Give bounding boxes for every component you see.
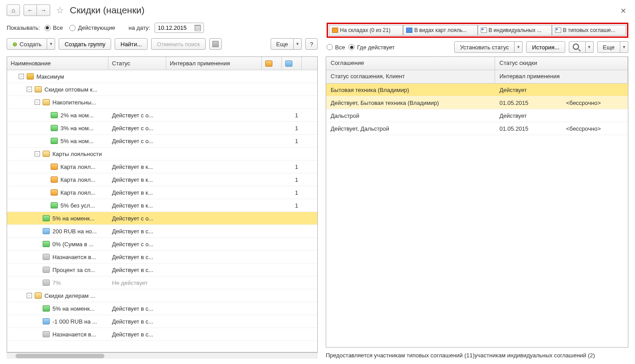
- card-icon: [51, 189, 58, 196]
- col-agreement-status[interactable]: Статус соглашения, Клиент: [326, 70, 495, 83]
- col-status[interactable]: Статус: [108, 57, 166, 70]
- table-row[interactable]: 200 RUB на но...Действует в с...: [7, 225, 317, 238]
- col-interval[interactable]: Интервал применения: [166, 57, 262, 70]
- radio-where[interactable]: Где действует: [348, 44, 395, 51]
- disc-icon: [51, 202, 58, 208]
- table-row[interactable]: ДальстройДействует: [326, 109, 628, 122]
- plus-icon: ⊕: [12, 41, 17, 48]
- table-row[interactable]: 5% без усл...Действует в к...1: [7, 199, 317, 212]
- tab-typical[interactable]: В типовых соглаше...: [552, 25, 626, 36]
- tab-individual[interactable]: В индивидуальных ...: [478, 25, 552, 36]
- col-interval-right[interactable]: Интервал применения: [495, 70, 628, 83]
- table-row[interactable]: Карта лоял...Действует в к...1: [7, 186, 317, 199]
- footer-text: Предоставляется участникам типовых согла…: [326, 352, 628, 359]
- create-dropdown[interactable]: ▼: [47, 38, 55, 50]
- set-status-button[interactable]: Установить статус▼: [454, 41, 523, 53]
- disc-icon: [51, 138, 58, 144]
- expand-icon[interactable]: -: [35, 151, 40, 156]
- table-row[interactable]: 2% на ном...Действует с о...1: [7, 109, 317, 122]
- history-button[interactable]: История...: [526, 41, 565, 53]
- table-row[interactable]: 5% на номенк...Действует с о...: [7, 212, 317, 225]
- disc-icon: [51, 125, 58, 131]
- col-discount-status[interactable]: Статус скидки: [495, 57, 628, 70]
- disc-icon: [43, 241, 50, 247]
- list-icon-button[interactable]: [209, 38, 222, 50]
- table-row[interactable]: -Скидки оптовым к...: [7, 83, 317, 96]
- favorite-icon[interactable]: ☆: [56, 5, 64, 16]
- table-row[interactable]: Карта лоял...Действует в к...1: [7, 160, 317, 173]
- date-input[interactable]: [155, 23, 204, 33]
- radio-all-right[interactable]: Все: [327, 44, 345, 51]
- back-button[interactable]: ←: [24, 4, 37, 16]
- folder-o-icon: [43, 99, 50, 105]
- calendar-icon[interactable]: [195, 25, 201, 31]
- tab-loyalty[interactable]: В видах карт лояль...: [403, 25, 477, 36]
- search-icon: [573, 44, 582, 51]
- table-row[interactable]: -Карты лояльности: [7, 148, 317, 160]
- table-row[interactable]: 5% на ном...Действует с о...1: [7, 135, 317, 148]
- col-icon2[interactable]: [282, 57, 302, 70]
- table-row[interactable]: 7%Не действует: [7, 276, 317, 289]
- table-row[interactable]: Бытовая техника (Владимир)Действует: [326, 84, 628, 96]
- radio-all[interactable]: Все: [44, 24, 63, 31]
- create-button[interactable]: ⊕Создать ▼: [7, 38, 55, 50]
- table-row[interactable]: -Максимум: [7, 70, 317, 83]
- show-label: Показывать:: [7, 24, 40, 31]
- table-row[interactable]: -Скидки дилерам ...: [7, 289, 317, 302]
- misc-icon: [43, 267, 50, 273]
- tab-warehouses[interactable]: На складах (0 из 21): [329, 25, 403, 36]
- tabs-highlighted: На складах (0 из 21) В видах карт лояль.…: [327, 23, 628, 38]
- forward-button[interactable]: →: [37, 4, 50, 16]
- more-button-right[interactable]: Еще▼: [597, 41, 628, 53]
- folder-o-icon: [35, 86, 42, 92]
- table-row[interactable]: Назначается в...Действует в с...: [7, 251, 317, 264]
- page-title: Скидки (наценки): [70, 5, 144, 16]
- warehouse-icon: [332, 28, 338, 33]
- ruble-icon: [43, 228, 50, 234]
- col-agreement[interactable]: Соглашение: [326, 57, 495, 70]
- table-row[interactable]: 3% на ном...Действует с о...1: [7, 122, 317, 135]
- right-table[interactable]: Соглашение Статус скидки Статус соглашен…: [326, 56, 628, 348]
- table-row[interactable]: 5% на номенк...Действует в с...: [7, 302, 317, 315]
- doc-icon: [481, 28, 487, 33]
- disc-icon: [51, 112, 58, 118]
- left-table[interactable]: Наименование Статус Интервал применения …: [7, 56, 318, 352]
- find-button[interactable]: Найти...: [115, 38, 148, 50]
- expand-icon[interactable]: -: [19, 74, 24, 79]
- table-row[interactable]: Карта лоял...Действует в к...1: [7, 173, 317, 186]
- cancel-search-button: Отменить поиск: [151, 38, 206, 50]
- help-button[interactable]: ?: [305, 38, 318, 50]
- h-scrollbar[interactable]: [7, 352, 318, 359]
- close-icon[interactable]: ✕: [620, 7, 626, 15]
- radio-active[interactable]: Действующие: [69, 24, 115, 31]
- more-button-left[interactable]: Еще▼: [271, 38, 302, 50]
- table-row[interactable]: Действует, Бытовая техника (Владимир)01.…: [326, 96, 628, 109]
- folder-icon: [27, 73, 34, 80]
- search-split[interactable]: ▼: [569, 41, 594, 53]
- table-row[interactable]: Назначается в...Действует в с...: [7, 328, 317, 341]
- disc-icon: [43, 305, 50, 312]
- col-name[interactable]: Наименование: [7, 57, 108, 70]
- table-row[interactable]: -1 000 RUB на ...Действует в с...: [7, 315, 317, 328]
- disc-icon: [43, 215, 50, 221]
- table-row[interactable]: Процент за сп...Действует в с...: [7, 264, 317, 276]
- card-icon: [51, 176, 58, 183]
- table-row[interactable]: 0% (Сумма в ...Действует с о...: [7, 238, 317, 251]
- loyalty-icon: [406, 28, 412, 33]
- folder-o-icon: [43, 151, 50, 157]
- table-row[interactable]: Действует, Дальстрой01.05.2015<бессрочно…: [326, 122, 628, 135]
- misc-icon: [43, 280, 50, 286]
- date-label: на дату:: [128, 24, 150, 31]
- misc-icon: [43, 331, 50, 337]
- card-icon: [51, 164, 58, 170]
- folder-o-icon: [35, 292, 42, 299]
- expand-icon[interactable]: -: [27, 87, 32, 92]
- expand-icon[interactable]: -: [27, 293, 32, 298]
- doc-icon: [555, 28, 561, 33]
- misc-icon: [43, 254, 50, 260]
- create-group-button[interactable]: Создать группу: [59, 38, 111, 50]
- home-button[interactable]: ⌂: [7, 4, 20, 16]
- expand-icon[interactable]: -: [35, 100, 40, 105]
- col-icon1[interactable]: [262, 57, 282, 70]
- table-row[interactable]: -Накопительны...: [7, 96, 317, 109]
